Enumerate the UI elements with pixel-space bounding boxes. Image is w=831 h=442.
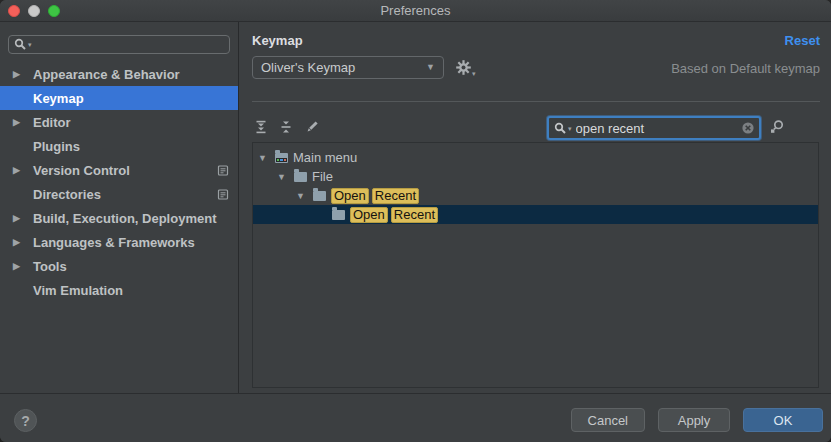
- collapse-all-button[interactable]: [278, 119, 294, 135]
- traffic-lights: [8, 5, 60, 17]
- sidebar-item-label: Appearance & Behavior: [33, 67, 180, 82]
- tree-row-label: OpenRecent: [331, 188, 422, 204]
- collapse-all-icon: [279, 120, 293, 134]
- search-options-caret-icon[interactable]: ▾: [568, 125, 572, 132]
- tree-text: File: [312, 169, 333, 184]
- tree-row-open-recent[interactable]: ▼OpenRecent: [253, 186, 818, 205]
- sidebar-item-tools[interactable]: ▶Tools: [0, 254, 238, 278]
- search-match-highlight: Recent: [372, 188, 419, 204]
- expand-all-icon: [254, 120, 268, 134]
- sidebar-item-label: Plugins: [33, 139, 80, 154]
- sidebar-item-label: Build, Execution, Deployment: [33, 211, 216, 226]
- expand-arrow-icon[interactable]: ▶: [13, 237, 33, 247]
- sidebar-item-label: Vim Emulation: [33, 283, 123, 298]
- collapse-arrow-icon[interactable]: ▼: [296, 191, 313, 201]
- sidebar-item-label: Keymap: [33, 91, 84, 106]
- sidebar-item-label: Directories: [33, 187, 101, 202]
- folder-icon: [332, 210, 345, 220]
- based-on-label: Based on Default keymap: [671, 61, 820, 76]
- sidebar-item-version-control[interactable]: ▶Version Control: [0, 158, 238, 182]
- keymap-settings-panel: Keymap Reset Oliver's Keymap ▼: [239, 22, 831, 393]
- sidebar-item-vim-emulation[interactable]: Vim Emulation: [0, 278, 238, 302]
- window-title: Preferences: [0, 0, 831, 22]
- find-by-shortcut-icon: [769, 119, 785, 135]
- settings-search-input[interactable]: [33, 37, 224, 53]
- preferences-dialog: Preferences ▾ ▶Appearance & BehaviorKeym…: [0, 0, 831, 442]
- keymap-select-value: Oliver's Keymap: [261, 60, 355, 75]
- apply-button[interactable]: Apply: [658, 408, 730, 432]
- tree-row-open-recent[interactable]: OpenRecent: [253, 205, 818, 224]
- collapse-arrow-icon[interactable]: ▼: [277, 172, 294, 182]
- page-title: Keymap: [252, 33, 303, 48]
- search-icon: [14, 38, 27, 51]
- collapse-arrow-icon[interactable]: ▼: [258, 153, 275, 163]
- gear-caret-icon: ▾: [472, 70, 476, 78]
- keymap-select[interactable]: Oliver's Keymap ▼: [252, 56, 444, 79]
- clear-search-button[interactable]: [741, 121, 755, 135]
- sidebar-item-label: Languages & Frameworks: [33, 235, 195, 250]
- expand-all-button[interactable]: [253, 119, 269, 135]
- pencil-icon: [305, 120, 319, 134]
- settings-search-box[interactable]: ▾: [8, 35, 230, 54]
- sidebar-items: ▶Appearance & BehaviorKeymap▶EditorPlugi…: [0, 62, 238, 302]
- search-match-highlight: Open: [350, 207, 388, 223]
- sidebar-item-label: Editor: [33, 115, 71, 130]
- main-menu-icon: [275, 153, 288, 163]
- sidebar-item-directories[interactable]: Directories: [0, 182, 238, 206]
- sidebar-item-keymap[interactable]: Keymap: [0, 86, 238, 110]
- question-mark-icon: ?: [21, 413, 30, 429]
- dialog-footer: ? CancelApplyOK: [0, 393, 831, 442]
- sidebar-item-languages-frameworks[interactable]: ▶Languages & Frameworks: [0, 230, 238, 254]
- expand-arrow-icon[interactable]: ▶: [13, 165, 33, 175]
- sidebar-item-build-execution-deployment[interactable]: ▶Build, Execution, Deployment: [0, 206, 238, 230]
- tree-row-label: Main menu: [293, 150, 357, 165]
- expand-arrow-icon[interactable]: ▶: [13, 261, 33, 271]
- sidebar-item-editor[interactable]: ▶Editor: [0, 110, 238, 134]
- ok-button[interactable]: OK: [743, 408, 823, 432]
- tree-row-file[interactable]: ▼File: [253, 167, 818, 186]
- title-bar: Preferences: [0, 0, 831, 22]
- per-project-settings-icon: [217, 188, 229, 201]
- folder-icon: [294, 172, 307, 182]
- search-match-highlight: Recent: [391, 207, 438, 223]
- cancel-button[interactable]: Cancel: [571, 408, 645, 432]
- action-search-field[interactable]: ▾: [547, 116, 761, 140]
- search-options-caret-icon[interactable]: ▾: [28, 41, 32, 48]
- sidebar-item-label: Version Control: [33, 163, 130, 178]
- sidebar-item-plugins[interactable]: Plugins: [0, 134, 238, 158]
- header-separator: [252, 101, 820, 102]
- folder-icon: [313, 191, 326, 201]
- keymap-gear-button[interactable]: ▾: [455, 59, 476, 76]
- find-by-shortcut-button[interactable]: [769, 119, 785, 135]
- tree-row-label: OpenRecent: [350, 207, 441, 223]
- per-project-settings-icon: [217, 164, 229, 177]
- help-button[interactable]: ?: [14, 409, 37, 432]
- sidebar-item-label: Tools: [33, 259, 67, 274]
- gear-icon: [455, 59, 472, 76]
- action-search-input[interactable]: [573, 120, 740, 137]
- chevron-down-icon: ▼: [426, 63, 435, 72]
- expand-arrow-icon[interactable]: ▶: [13, 69, 33, 79]
- tree-row-label: File: [312, 169, 333, 184]
- zoom-window-button[interactable]: [48, 5, 60, 17]
- expand-arrow-icon[interactable]: ▶: [13, 117, 33, 127]
- search-icon: [554, 122, 567, 135]
- dialog-buttons: CancelApplyOK: [571, 408, 823, 432]
- close-icon: [741, 121, 755, 135]
- sidebar-item-appearance-behavior[interactable]: ▶Appearance & Behavior: [0, 62, 238, 86]
- keymap-action-tree: ▼Main menu▼File▼OpenRecentOpenRecent: [252, 142, 819, 388]
- minimize-window-button: [28, 5, 40, 17]
- settings-sidebar: ▾ ▶Appearance & BehaviorKeymap▶EditorPlu…: [0, 22, 239, 393]
- search-match-highlight: Open: [331, 188, 369, 204]
- edit-shortcut-button[interactable]: [304, 119, 320, 135]
- close-window-button[interactable]: [8, 5, 20, 17]
- tree-text: Main menu: [293, 150, 357, 165]
- expand-arrow-icon[interactable]: ▶: [13, 213, 33, 223]
- reset-link[interactable]: Reset: [785, 33, 820, 48]
- tree-row-main-menu[interactable]: ▼Main menu: [253, 148, 818, 167]
